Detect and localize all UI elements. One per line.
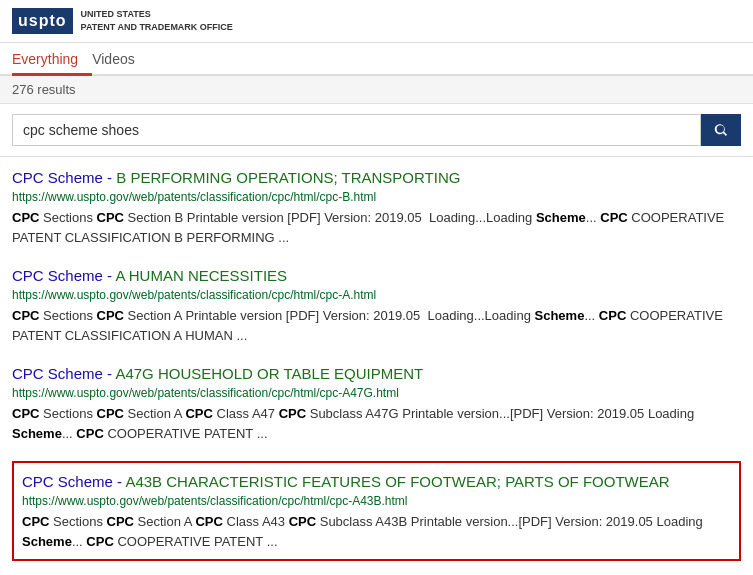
search-bar — [0, 104, 753, 157]
tab-everything[interactable]: Everything — [12, 43, 92, 76]
agency-name: UNITED STATES PATENT AND TRADEMARK OFFIC… — [81, 8, 233, 33]
result-title-1[interactable]: CPC Scheme - B PERFORMING OPERATIONS; TR… — [12, 167, 741, 188]
tabs-bar: Everything Videos — [0, 43, 753, 76]
result-subtitle-3: A47G HOUSEHOLD OR TABLE EQUIPMENT — [115, 365, 423, 382]
result-subtitle-2: A HUMAN NECESSITIES — [115, 267, 287, 284]
result-url-3[interactable]: https://www.uspto.gov/web/patents/classi… — [12, 386, 741, 400]
result-url-1[interactable]: https://www.uspto.gov/web/patents/classi… — [12, 190, 741, 204]
result-brand-1: CPC Scheme — [12, 169, 103, 186]
result-subtitle-1: B PERFORMING OPERATIONS; TRANSPORTING — [116, 169, 460, 186]
result-snippet-1: CPC Sections CPC Section B Printable ver… — [12, 208, 741, 247]
result-url-2[interactable]: https://www.uspto.gov/web/patents/classi… — [12, 288, 741, 302]
result-title-2[interactable]: CPC Scheme - A HUMAN NECESSITIES — [12, 265, 741, 286]
results-list: CPC Scheme - B PERFORMING OPERATIONS; TR… — [0, 157, 753, 575]
tab-videos[interactable]: Videos — [92, 43, 149, 76]
header: uspto UNITED STATES PATENT AND TRADEMARK… — [0, 0, 753, 43]
search-input[interactable] — [12, 114, 701, 146]
result-separator-3: - — [103, 365, 116, 382]
result-item-3: CPC Scheme - A47G HOUSEHOLD OR TABLE EQU… — [12, 363, 741, 443]
result-separator-1: - — [103, 169, 116, 186]
result-subtitle-4: A43B CHARACTERISTIC FEATURES OF FOOTWEAR… — [125, 473, 669, 490]
result-snippet-4: CPC Sections CPC Section A CPC Class A43… — [22, 512, 731, 551]
result-item-2: CPC Scheme - A HUMAN NECESSITIES https:/… — [12, 265, 741, 345]
results-count: 276 results — [0, 76, 753, 104]
result-brand-2: CPC Scheme — [12, 267, 103, 284]
result-snippet-2: CPC Sections CPC Section A Printable ver… — [12, 306, 741, 345]
result-separator-2: - — [103, 267, 116, 284]
search-button[interactable] — [701, 114, 741, 146]
result-separator-4: - — [113, 473, 126, 490]
result-item-4: CPC Scheme - A43B CHARACTERISTIC FEATURE… — [12, 461, 741, 561]
result-title-3[interactable]: CPC Scheme - A47G HOUSEHOLD OR TABLE EQU… — [12, 363, 741, 384]
result-url-4[interactable]: https://www.uspto.gov/web/patents/classi… — [22, 494, 731, 508]
result-item-1: CPC Scheme - B PERFORMING OPERATIONS; TR… — [12, 167, 741, 247]
search-icon — [713, 122, 729, 138]
uspto-logo: uspto — [12, 8, 73, 34]
result-title-4[interactable]: CPC Scheme - A43B CHARACTERISTIC FEATURE… — [22, 471, 731, 492]
result-brand-3: CPC Scheme — [12, 365, 103, 382]
logo: uspto UNITED STATES PATENT AND TRADEMARK… — [12, 8, 233, 34]
result-brand-4: CPC Scheme — [22, 473, 113, 490]
result-snippet-3: CPC Sections CPC Section A CPC Class A47… — [12, 404, 741, 443]
